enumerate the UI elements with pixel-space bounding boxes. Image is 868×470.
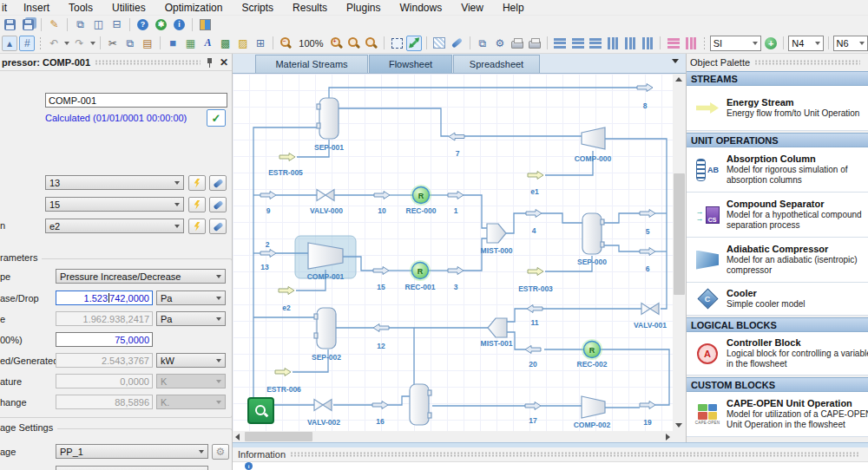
align-right-icon[interactable] <box>588 36 603 51</box>
palette-section-custom-blocks[interactable]: CUSTOM BLOCKS <box>687 377 868 392</box>
toggle-grid-icon[interactable]: # <box>19 36 35 51</box>
menu-insert[interactable]: Insert <box>14 1 59 15</box>
menu-windows[interactable]: Windows <box>390 1 451 15</box>
edit-description-icon[interactable]: ✎ <box>46 16 62 32</box>
energy-stream-select[interactable]: e2 <box>45 219 184 233</box>
stream-19[interactable] <box>640 401 655 409</box>
stream-15[interactable] <box>373 267 389 275</box>
unit-valv-000[interactable] <box>317 190 334 201</box>
unit-sep-002[interactable] <box>314 308 336 349</box>
distribute-horizontal-icon[interactable] <box>665 36 681 51</box>
menu-view[interactable]: View <box>451 1 493 15</box>
tile-horizontal-icon[interactable]: ⊟ <box>108 16 125 32</box>
stream-6[interactable] <box>640 248 655 256</box>
add-picture-icon[interactable]: ▦ <box>182 36 198 51</box>
zoom-out-icon[interactable]: − <box>278 36 293 51</box>
palette-item-cooler[interactable]: C Cooler Simple cooler model <box>687 283 868 316</box>
calculate-check-button[interactable]: ✓ <box>207 109 226 127</box>
save-all-icon[interactable] <box>20 16 36 32</box>
add-rectangle-icon[interactable]: ■ <box>165 36 181 51</box>
move-mode-icon[interactable] <box>406 36 422 51</box>
palette-item-cape-open[interactable]: CAPE-OPEN CAPE-OPEN Unit Operation Model… <box>687 392 868 437</box>
outlet-quick-create-button[interactable] <box>188 197 206 212</box>
palette-item-compound-separator[interactable]: →→CS Compound Separator Model for a hypo… <box>687 193 868 238</box>
stream-5[interactable] <box>640 210 655 218</box>
stream-7[interactable] <box>449 133 464 140</box>
horizontal-scrollbar[interactable] <box>233 431 673 442</box>
cut-icon[interactable]: ✂ <box>105 36 121 51</box>
copy-image-icon[interactable]: ⧉ <box>475 36 490 51</box>
stream-3[interactable] <box>448 267 464 275</box>
outlet-stream-select[interactable]: 15 <box>45 197 184 212</box>
zoom-in-icon[interactable]: + <box>328 36 344 51</box>
unit-valv-001[interactable] <box>641 304 659 315</box>
unit-sep-003[interactable] <box>410 384 431 425</box>
simultaneous-adjust-icon[interactable]: ▴ <box>2 36 17 51</box>
close-icon[interactable]: ✕ <box>220 58 228 67</box>
align-left-icon[interactable] <box>552 36 568 51</box>
inlet-stream-select[interactable]: 13 <box>45 175 184 190</box>
whats-new-icon[interactable]: ✱ <box>153 16 169 32</box>
unit-sep-000[interactable] <box>582 213 604 254</box>
cascade-windows-icon[interactable]: ⧉ <box>72 16 89 32</box>
menu-optimization[interactable]: Optimization <box>155 1 233 15</box>
stream-4[interactable] <box>526 210 542 218</box>
menu-scripts[interactable]: Scripts <box>232 1 283 15</box>
energy-stream-e2[interactable] <box>279 287 294 295</box>
package-settings-button[interactable]: ⚙ <box>212 444 229 460</box>
redo-dropdown-icon[interactable] <box>90 42 95 45</box>
palette-section-logical-blocks[interactable]: LOGICAL BLOCKS <box>687 317 868 332</box>
scroll-down-icon[interactable] <box>675 423 682 428</box>
menu-help[interactable]: Help <box>493 1 534 15</box>
menu-edit[interactable]: it <box>0 1 14 15</box>
stream-8[interactable] <box>637 84 653 92</box>
tab-material-streams[interactable]: Material Streams <box>255 55 368 73</box>
palette-section-streams[interactable]: STREAMS <box>687 71 868 86</box>
number-format-select-1[interactable]: N4 <box>788 36 823 51</box>
distribute-vertical-icon[interactable] <box>683 36 699 51</box>
tab-list-dropdown-icon[interactable] <box>672 59 679 63</box>
scroll-left-icon[interactable] <box>235 434 240 441</box>
stream-17[interactable] <box>525 402 541 410</box>
menu-tools[interactable]: Tools <box>59 1 102 15</box>
add-units-icon[interactable]: + <box>763 36 779 51</box>
energy-stream-estr-006[interactable] <box>275 369 291 376</box>
object-name-field[interactable]: COMP-001 <box>45 93 227 108</box>
outlet-disconnect-button[interactable] <box>209 197 227 212</box>
help-icon[interactable]: ? <box>135 16 151 32</box>
menu-plugins[interactable]: Plugins <box>337 1 390 15</box>
canvas-zoom-button[interactable] <box>247 397 274 424</box>
stream-12[interactable] <box>373 324 389 332</box>
add-table-icon[interactable]: ⊞ <box>253 36 268 51</box>
zoom-fit-icon[interactable] <box>346 36 362 51</box>
stream-9[interactable] <box>260 192 276 199</box>
undo-icon[interactable]: ↶ <box>46 36 62 51</box>
stream-10[interactable] <box>374 192 390 199</box>
menu-results[interactable]: Results <box>283 1 337 15</box>
pressure-increase-unit-select[interactable]: Pa <box>156 290 226 305</box>
paste-icon[interactable]: ▤ <box>140 36 155 51</box>
palette-item-energy-stream[interactable]: Energy Stream Energy flow from/to Unit O… <box>687 86 868 131</box>
energy-stream-estr-005[interactable] <box>279 153 295 161</box>
horizontal-scroll-thumb[interactable] <box>245 432 312 441</box>
save-icon[interactable] <box>2 16 18 32</box>
property-package-select[interactable]: PP_1 <box>56 444 208 459</box>
pin-icon[interactable] <box>205 57 214 68</box>
about-icon[interactable]: i <box>171 16 187 32</box>
number-format-select-2[interactable]: N6 <box>833 36 868 51</box>
unit-mist-001[interactable] <box>488 318 507 337</box>
zoom-selected-icon[interactable] <box>364 36 379 51</box>
align-center-icon[interactable] <box>570 36 586 51</box>
inlet-disconnect-button[interactable] <box>209 175 227 191</box>
vertical-scroll-thumb[interactable] <box>674 173 685 295</box>
unit-sep-001[interactable] <box>317 98 339 139</box>
stream-2[interactable] <box>260 250 276 258</box>
menu-utilities[interactable]: Utilities <box>102 1 155 15</box>
page-setup-icon[interactable]: ⚙ <box>492 36 508 51</box>
energy-disconnect-button[interactable] <box>209 219 227 234</box>
flowsheet-canvas[interactable]: R R R SEP-001 <box>233 74 686 442</box>
add-chart-icon[interactable]: ▩ <box>218 36 233 51</box>
unit-comp-000[interactable] <box>582 127 605 149</box>
efficiency-field[interactable]: 75,0000 <box>56 332 153 347</box>
undo-dropdown-icon[interactable] <box>64 42 69 45</box>
